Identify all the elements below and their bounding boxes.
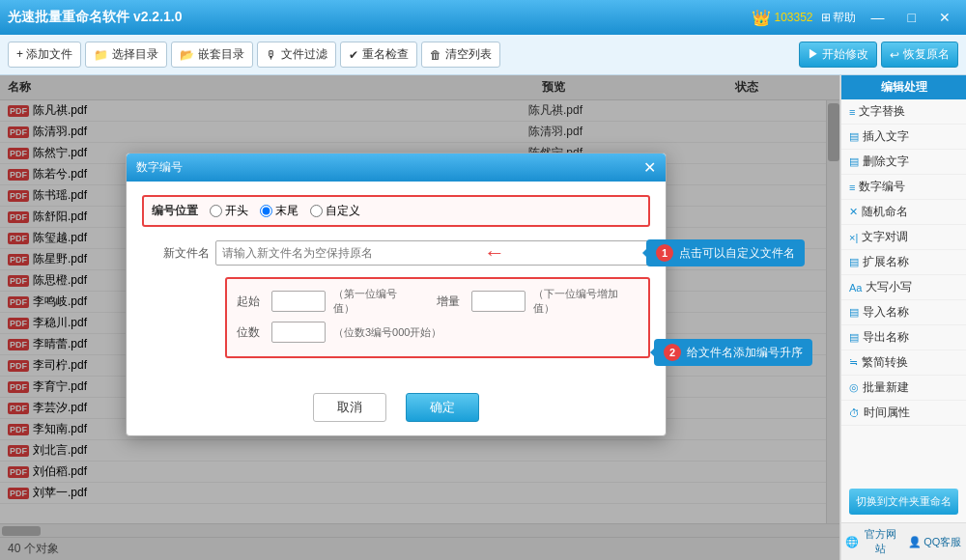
sidebar-item-插入文字[interactable]: ▤ 插入文字 bbox=[841, 125, 966, 150]
digits-label: 位数 bbox=[237, 324, 264, 341]
sidebar-icon-10: ≒ bbox=[849, 356, 858, 369]
new-filename-label: 新文件名 bbox=[142, 245, 210, 262]
number-inputs-wrapper: 起始 ▲ ▼ （第一位编号值） 增量 bbox=[215, 277, 650, 358]
sidebar-item-大写小写[interactable]: Aa 大写小写 bbox=[841, 275, 966, 300]
start-value-input[interactable] bbox=[272, 293, 326, 310]
dialog: 数字编号 ✕ 编号位置 开头 末尾 自定义 bbox=[126, 153, 667, 436]
restore-name-button[interactable]: ↩ 恢复原名 bbox=[881, 42, 958, 68]
file-filter-button[interactable]: 🎙 文件过滤 bbox=[257, 42, 336, 68]
sidebar-item-导出名称[interactable]: ▤ 导出名称 bbox=[841, 325, 966, 350]
start-spinner[interactable]: ▲ ▼ bbox=[271, 291, 326, 312]
sidebar-item-繁简转换[interactable]: ≒ 繁简转换 bbox=[841, 350, 966, 376]
sidebar-item-文字对调[interactable]: ×| 文字对调 bbox=[841, 225, 966, 250]
add-file-button[interactable]: + 添加文件 bbox=[8, 42, 81, 68]
sidebar-icon-4: ✕ bbox=[849, 206, 858, 218]
restore-icon: ↩ bbox=[890, 48, 899, 62]
new-filename-row: 新文件名 ← 1 点击可以自定义文件名 bbox=[142, 240, 650, 266]
minimize-button[interactable]: — bbox=[864, 0, 893, 35]
qq-icon: 👤 bbox=[908, 536, 922, 548]
sidebar-bottom: 切换到文件夹重命名 bbox=[841, 481, 966, 522]
digits-value-input[interactable] bbox=[272, 323, 326, 341]
sidebar-item-label: 大写小写 bbox=[866, 279, 912, 295]
sidebar-item-批量新建[interactable]: ◎ 批量新建 bbox=[841, 376, 966, 401]
sidebar-item-label: 随机命名 bbox=[862, 204, 908, 220]
increment-label: 增量 bbox=[437, 294, 464, 310]
sidebar-item-导入名称[interactable]: ▤ 导入名称 bbox=[841, 300, 966, 325]
sidebar-item-label: 繁简转换 bbox=[862, 354, 908, 371]
sidebar-item-label: 文字对调 bbox=[862, 229, 908, 245]
sidebar-item-label: 时间属性 bbox=[864, 405, 910, 421]
official-site-label: 官方网站 bbox=[861, 527, 900, 556]
rename-check-label: 重名检查 bbox=[362, 46, 409, 63]
select-dir-button[interactable]: 📁 选择目录 bbox=[85, 42, 167, 68]
sidebar-icon-6: ▤ bbox=[849, 256, 859, 268]
sidebar-item-文字替换[interactable]: ≡ 文字替换 bbox=[841, 99, 966, 125]
sidebar-header: 编辑处理 bbox=[841, 75, 966, 99]
restore-name-label: 恢复原名 bbox=[903, 46, 950, 63]
right-sidebar: 编辑处理 ≡ 文字替换 ▤ 插入文字 ▤ 删除文字 ≡ 数字编号 ✕ 随机命名 … bbox=[840, 75, 966, 560]
sidebar-icon-3: ≡ bbox=[849, 182, 855, 193]
sidebar-icon-12: ⏱ bbox=[849, 407, 860, 419]
number-grid: 起始 ▲ ▼ （第一位编号值） 增量 bbox=[225, 277, 650, 358]
sidebar-icon-1: ▤ bbox=[849, 130, 859, 143]
title-bar-right: 👑 103352 ⊞ 编辑处理 帮助 — □ ✕ bbox=[752, 0, 958, 35]
radio-end[interactable]: 末尾 bbox=[260, 203, 298, 219]
sidebar-item-label: 删除文字 bbox=[863, 154, 909, 170]
position-label: 编号位置 bbox=[152, 203, 198, 219]
sidebar-item-数字编号[interactable]: ≡ 数字编号 bbox=[841, 175, 966, 200]
start-hint: （第一位编号值） bbox=[333, 287, 418, 316]
increment-hint: （下一位编号增加值） bbox=[533, 287, 639, 316]
dialog-close-button[interactable]: ✕ bbox=[643, 160, 656, 176]
radio-custom[interactable]: 自定义 bbox=[310, 203, 360, 219]
radio-start[interactable]: 开头 bbox=[210, 203, 248, 219]
sidebar-item-随机命名[interactable]: ✕ 随机命名 bbox=[841, 200, 966, 225]
sidebar-item-时间属性[interactable]: ⏱ 时间属性 bbox=[841, 401, 966, 426]
clear-list-button[interactable]: 🗑 清空列表 bbox=[421, 42, 500, 68]
official-site-button[interactable]: 🌐 官方网站 bbox=[841, 523, 904, 560]
increment-spinner[interactable]: ▲ ▼ bbox=[471, 291, 526, 312]
sidebar-item-扩展名称[interactable]: ▤ 扩展名称 bbox=[841, 250, 966, 275]
start-label: 起始 bbox=[237, 294, 264, 310]
qq-service-label: QQ客服 bbox=[923, 535, 961, 549]
file-filter-label: 文件过滤 bbox=[281, 46, 327, 63]
new-filename-input[interactable] bbox=[215, 240, 650, 266]
site-icon: 🌐 bbox=[845, 536, 859, 548]
increment-value-input[interactable] bbox=[472, 293, 526, 310]
help-button[interactable]: ⊞ 编辑处理 帮助 bbox=[821, 10, 856, 26]
annotation-bubble-2: 2 给文件名添加编号升序 bbox=[654, 339, 812, 366]
nested-dir-label: 嵌套目录 bbox=[198, 46, 244, 63]
cancel-button[interactable]: 取消 bbox=[313, 393, 386, 422]
sidebar-icon-8: ▤ bbox=[849, 306, 859, 319]
switch-to-folder-button[interactable]: 切换到文件夹重命名 bbox=[849, 489, 958, 515]
rename-check-button[interactable]: ✔ 重名检查 bbox=[340, 42, 417, 68]
sidebar-item-label: 导出名称 bbox=[863, 329, 909, 346]
crown-badge: 👑 103352 bbox=[752, 9, 812, 27]
digits-row: 位数 ▲ ▼ （位数3编号000开始） bbox=[237, 322, 639, 343]
confirm-button[interactable]: 确定 bbox=[406, 393, 479, 422]
position-radio-group: 编号位置 开头 末尾 自定义 bbox=[142, 195, 650, 227]
nested-dir-button[interactable]: 📂 嵌套目录 bbox=[171, 42, 253, 68]
mic-icon: 🎙 bbox=[266, 48, 277, 62]
sidebar-items: ≡ 文字替换 ▤ 插入文字 ▤ 删除文字 ≡ 数字编号 ✕ 随机命名 ×| 文字… bbox=[841, 99, 966, 426]
clear-list-label: 清空列表 bbox=[445, 46, 492, 63]
dialog-footer: 取消 确定 bbox=[127, 383, 666, 435]
digits-spinner[interactable]: ▲ ▼ bbox=[271, 322, 326, 343]
grid-icon: ⊞ bbox=[821, 11, 831, 24]
sidebar-item-删除文字[interactable]: ▤ 删除文字 bbox=[841, 150, 966, 175]
main-container: 名称 预览 状态 PDF 陈凡祺.pdf 陈凡祺.pdf PDF 陈清羽.pdf… bbox=[0, 75, 966, 560]
nested-icon: 📂 bbox=[180, 48, 194, 62]
close-button[interactable]: ✕ bbox=[931, 0, 958, 35]
start-modify-button[interactable]: ▶ 开始修改 bbox=[799, 42, 877, 68]
sidebar-icon-7: Aa bbox=[849, 282, 862, 294]
sidebar-icon-2: ▤ bbox=[849, 155, 859, 168]
annotation-num-2: 2 bbox=[664, 344, 681, 361]
maximize-button[interactable]: □ bbox=[900, 0, 923, 35]
digits-hint: （位数3编号000开始） bbox=[333, 325, 441, 340]
annotation-text-2: 给文件名添加编号升序 bbox=[687, 345, 803, 361]
sidebar-item-label: 插入文字 bbox=[863, 128, 909, 145]
arrow-icon: ← bbox=[484, 240, 505, 266]
modal-overlay: 数字编号 ✕ 编号位置 开头 末尾 自定义 bbox=[0, 75, 839, 560]
qq-service-button[interactable]: 👤 QQ客服 bbox=[904, 523, 967, 560]
sidebar-icon-5: ×| bbox=[849, 232, 858, 243]
annotation-num-1: 1 bbox=[656, 244, 673, 262]
